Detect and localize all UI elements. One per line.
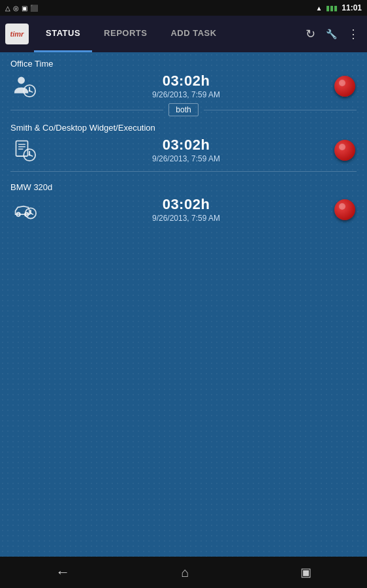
- task-row-bmw: 03:02h 9/26/2013, 7:59 AM: [10, 196, 357, 223]
- task-section-office-time: Office Time 03:02h 9/26/2013, 7:59 AM: [0, 52, 367, 103]
- wifi-icon: ▲: [315, 5, 322, 12]
- task-time-block-office: 03:02h 9/26/2013, 7:59 AM: [39, 73, 333, 99]
- more-menu-button[interactable]: ⋮: [345, 24, 362, 44]
- task-time-block-bmw: 03:02h 9/26/2013, 7:59 AM: [39, 196, 333, 223]
- settings-button[interactable]: 🔧: [323, 26, 340, 42]
- nav-actions: ↻ 🔧 ⋮: [298, 24, 367, 44]
- task-datetime-smith: 9/26/2013, 7:59 AM: [39, 154, 333, 163]
- task-duration-bmw: 03:02h: [39, 196, 333, 213]
- timer-icon: ⬛: [30, 5, 38, 12]
- bottom-bar: ← ⌂ ▣: [0, 557, 367, 588]
- task-duration-office: 03:02h: [39, 73, 333, 90]
- home-button[interactable]: ⌂: [165, 560, 204, 585]
- stop-circle-smith: [334, 140, 355, 161]
- svg-line-12: [29, 155, 33, 156]
- svg-point-0: [18, 76, 25, 84]
- refresh-button[interactable]: ↻: [303, 24, 318, 44]
- target-icon: ◎: [13, 5, 19, 12]
- task-section-smith: Smith & Co/Desktop Widget/Execution 03: [0, 116, 367, 167]
- task-time-block-smith: 03:02h 9/26/2013, 7:59 AM: [39, 137, 333, 163]
- logo-box: timr: [5, 24, 29, 44]
- task-datetime-office: 9/26/2013, 7:59 AM: [39, 90, 333, 99]
- nav-tabs: STATUS REPORTS ADD TASK: [34, 16, 298, 52]
- task-label-office-time: Office Time: [10, 59, 357, 69]
- status-time: 11:01: [342, 3, 362, 12]
- app-logo: timr: [0, 16, 34, 52]
- svg-rect-5: [16, 140, 28, 155]
- battery-icon: ▮▮▮: [326, 4, 338, 12]
- task-label-bmw: BMW 320d: [10, 182, 357, 192]
- car-clock-icon: [13, 198, 37, 221]
- task-icon-bmw: [10, 198, 39, 221]
- warning-icon: △: [5, 5, 10, 12]
- status-bar-left: △ ◎ ▣ ⬛: [5, 5, 38, 12]
- task-icon-smith: [10, 139, 39, 162]
- tab-add-task[interactable]: ADD TASK: [159, 16, 228, 52]
- task-duration-smith: 03:02h: [39, 137, 333, 154]
- nav-bar: timr STATUS REPORTS ADD TASK ↻ 🔧 ⋮: [0, 16, 367, 52]
- stop-button-smith[interactable]: [333, 139, 357, 162]
- task-row-smith: 03:02h 9/26/2013, 7:59 AM: [10, 137, 357, 163]
- tab-status[interactable]: STATUS: [34, 16, 92, 52]
- main-content: Office Time 03:02h 9/26/2013, 7:59 AM: [0, 52, 367, 557]
- image-icon: ▣: [22, 5, 27, 12]
- both-divider: both: [10, 103, 357, 116]
- stop-button-bmw[interactable]: [333, 198, 357, 221]
- simple-divider-1: [10, 171, 357, 172]
- person-clock-icon: [13, 74, 37, 98]
- svg-line-18: [31, 213, 33, 214]
- doc-clock-icon: [13, 139, 37, 162]
- divider-line-right: [204, 110, 357, 110]
- task-label-smith: Smith & Co/Desktop Widget/Execution: [10, 123, 357, 133]
- stop-circle-office: [334, 76, 355, 97]
- svg-line-4: [29, 91, 33, 92]
- task-icon-office-time: [10, 74, 39, 98]
- back-button[interactable]: ←: [40, 559, 86, 586]
- task-row-office-time: 03:02h 9/26/2013, 7:59 AM: [10, 73, 357, 99]
- stop-circle-bmw: [334, 199, 355, 220]
- task-datetime-bmw: 9/26/2013, 7:59 AM: [39, 214, 333, 223]
- recent-apps-button[interactable]: ▣: [285, 560, 327, 585]
- task-section-bmw: BMW 320d 03:02h 9/26/2013, 7:59 AM: [0, 176, 367, 227]
- divider-line-left: [10, 110, 163, 110]
- stop-button-office[interactable]: [333, 74, 357, 98]
- both-badge: both: [168, 103, 198, 116]
- status-bar-right: ▲ ▮▮▮ 11:01: [315, 3, 362, 12]
- tab-reports[interactable]: REPORTS: [92, 16, 159, 52]
- status-bar: △ ◎ ▣ ⬛ ▲ ▮▮▮ 11:01: [0, 0, 367, 16]
- logo-text: timr: [10, 30, 24, 38]
